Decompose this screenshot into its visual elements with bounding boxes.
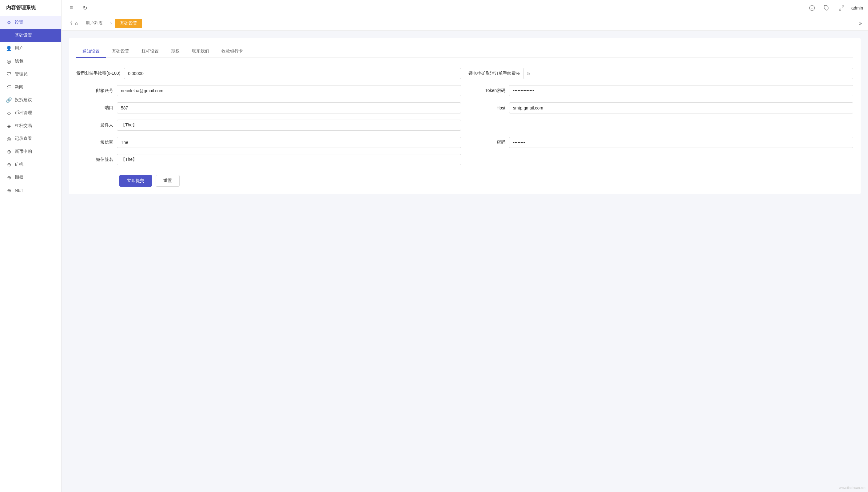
sidebar-item-options-label: 期权 [15, 175, 23, 180]
token-password-input[interactable] [509, 85, 853, 96]
form-group-port: 端口 [76, 102, 461, 114]
net-icon: ⊕ [6, 188, 12, 193]
port-input[interactable] [117, 102, 461, 114]
header-right: admin [807, 3, 863, 13]
sidebar-item-miner[interactable]: ⊖ 矿机 [0, 158, 61, 171]
breadcrumb-user-list[interactable]: 用户列表 [80, 19, 107, 28]
sidebar-item-leverage-trade[interactable]: ◈ 杠杆交易 [0, 119, 61, 132]
records-icon: ◎ [6, 136, 12, 142]
currency-transfer-fee-input[interactable] [124, 68, 461, 79]
sidebar-item-suggestions-label: 投拆建议 [15, 97, 32, 103]
port-label: 端口 [76, 105, 113, 111]
sidebar-item-net-label: NET [15, 188, 23, 193]
admin-label: admin [851, 5, 863, 10]
form-row-2: 邮箱账号 Token密码 [76, 85, 853, 96]
sidebar-item-admin[interactable]: 🛡 管理员 [0, 68, 61, 80]
header-left: ≡ ↻ [67, 3, 90, 13]
miner-icon: ⊖ [6, 162, 12, 167]
main-content: ≡ ↻ admin 《 ⌂ 用户列表 [62, 0, 868, 492]
sidebar-item-settings[interactable]: ⚙ 设置 [0, 16, 61, 29]
form-row-4: 发件人 [76, 120, 853, 131]
admin-icon: 🛡 [6, 71, 12, 77]
sidebar-item-settings-label: 设置 [15, 20, 23, 25]
reset-button[interactable]: 重置 [155, 175, 179, 187]
sidebar-item-coin-management-label: 币种管理 [15, 110, 32, 116]
form-row-5: 短信宝 密码 [76, 137, 853, 148]
svg-line-4 [842, 5, 844, 7]
sidebar-item-leverage-trade-label: 杠杆交易 [15, 123, 32, 128]
form-group-email: 邮箱账号 [76, 85, 461, 96]
form-row-1: 货币划转手续费(0-100) 锁仓挖矿取消订单手续费% [76, 68, 853, 79]
nav-forward-icon[interactable]: » [859, 21, 862, 26]
form-buttons: 立即提交 重置 [76, 175, 853, 187]
form-group-lock-mining-fee: 锁仓挖矿取消订单手续费% [468, 68, 853, 79]
sidebar-item-suggestions[interactable]: 🔗 投拆建议 [0, 94, 61, 106]
host-input[interactable] [509, 102, 853, 114]
sender-input[interactable] [117, 120, 461, 131]
sidebar-item-basic-settings[interactable]: 基础设置 [0, 29, 61, 42]
sidebar-item-miner-label: 矿机 [15, 162, 23, 167]
content-card: 通知设置 基础设置 杠杆设置 期权 联系我们 收款银行卡 货币划转手续费(0-1… [69, 38, 861, 194]
sidebar-item-users[interactable]: 👤 用户 [0, 42, 61, 55]
host-label: Host [468, 105, 505, 110]
token-password-label: Token密码 [468, 88, 505, 94]
face-icon[interactable] [807, 3, 817, 13]
form-group-sms-signature: 短信签名 [76, 154, 461, 165]
home-icon[interactable]: ⌂ [75, 21, 78, 26]
sms-label: 短信宝 [76, 140, 113, 145]
lock-mining-cancel-fee-input[interactable] [523, 68, 853, 79]
sms-signature-label: 短信签名 [76, 157, 113, 162]
tag-icon[interactable] [822, 3, 832, 13]
sms-input[interactable] [117, 137, 461, 148]
options-icon: ⊕ [6, 175, 12, 180]
submit-button[interactable]: 立即提交 [119, 175, 152, 187]
new-coin-icon: ⊕ [6, 149, 12, 154]
sidebar-item-net[interactable]: ⊕ NET [0, 184, 61, 197]
email-account-label: 邮箱账号 [76, 88, 113, 94]
tab-contact[interactable]: 联系我们 [186, 46, 215, 58]
tab-options[interactable]: 期权 [165, 46, 186, 58]
sidebar-item-options[interactable]: ⊕ 期权 [0, 171, 61, 184]
content-area: 通知设置 基础设置 杠杆设置 期权 联系我们 收款银行卡 货币划转手续费(0-1… [62, 31, 868, 492]
sidebar-item-news-label: 新闻 [15, 84, 23, 90]
watermark: www.tiazhuan.net [839, 486, 866, 490]
sidebar-item-records[interactable]: ◎ 记录查看 [0, 132, 61, 145]
users-icon: 👤 [6, 46, 12, 51]
sidebar-item-basic-settings-label: 基础设置 [15, 32, 32, 38]
svg-line-5 [839, 8, 841, 10]
tab-bank[interactable]: 收款银行卡 [215, 46, 249, 58]
sidebar: 内容管理系统 ⚙ 设置 基础设置 👤 用户 ◎ 钱包 🛡 管理员 🏷 新闻 🔗 … [0, 0, 62, 492]
sidebar-item-wallet[interactable]: ◎ 钱包 [0, 55, 61, 68]
form-group-token: Token密码 [468, 85, 853, 96]
news-icon: 🏷 [6, 84, 12, 90]
sidebar-item-new-coin[interactable]: ⊕ 新币申购 [0, 145, 61, 158]
breadcrumb-bar: 《 ⌂ 用户列表 × 基础设置 » [62, 16, 868, 31]
coin-management-icon: ◇ [6, 110, 12, 116]
sidebar-logo: 内容管理系统 [0, 0, 61, 16]
sms-signature-input[interactable] [117, 154, 461, 165]
sidebar-item-coin-management[interactable]: ◇ 币种管理 [0, 106, 61, 119]
tab-leverage[interactable]: 杠杆设置 [135, 46, 165, 58]
form-row-3: 端口 Host [76, 102, 853, 114]
refresh-button[interactable]: ↻ [80, 3, 90, 13]
form-group-host: Host [468, 102, 853, 114]
password-input[interactable] [509, 137, 853, 148]
currency-transfer-fee-label: 货币划转手续费(0-100) [76, 71, 120, 76]
breadcrumb-basic-settings[interactable]: 基础设置 [115, 19, 142, 28]
sidebar-item-new-coin-label: 新币申购 [15, 149, 32, 154]
form-group-sms: 短信宝 [76, 137, 461, 148]
sender-label: 发件人 [76, 122, 113, 128]
top-header: ≡ ↻ admin [62, 0, 868, 16]
back-icon[interactable]: 《 [68, 20, 73, 26]
email-account-input[interactable] [117, 85, 461, 96]
tab-notification[interactable]: 通知设置 [76, 46, 106, 58]
sidebar-item-news[interactable]: 🏷 新闻 [0, 80, 61, 94]
form-group-sender: 发件人 [76, 120, 461, 131]
tab-basic[interactable]: 基础设置 [106, 46, 135, 58]
password-label: 密码 [468, 140, 505, 145]
basic-settings-icon [6, 32, 12, 38]
expand-icon[interactable] [837, 3, 846, 13]
breadcrumb-separator: × [110, 21, 113, 26]
menu-toggle-button[interactable]: ≡ [67, 3, 76, 13]
sidebar-item-records-label: 记录查看 [15, 136, 32, 142]
